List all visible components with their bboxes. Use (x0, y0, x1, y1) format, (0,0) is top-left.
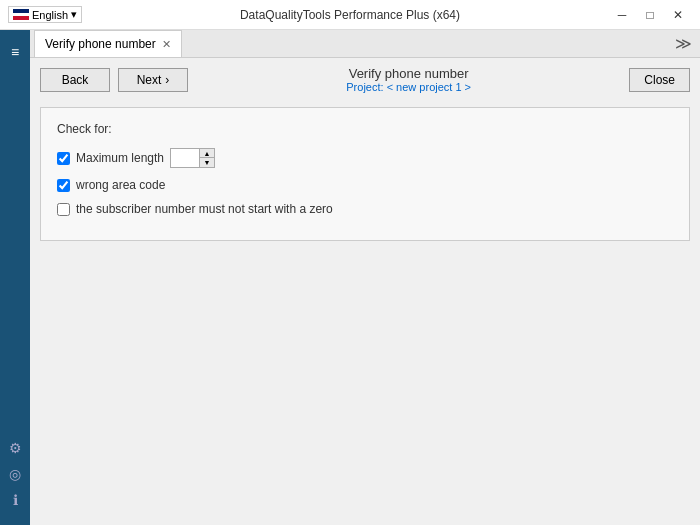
back-label: Back (62, 73, 89, 87)
remaining-space (30, 247, 700, 525)
subscriber-checkbox[interactable] (57, 203, 70, 216)
app-title: DataQualityTools Performance Plus (x64) (240, 8, 460, 22)
wrong-area-checkbox[interactable] (57, 179, 70, 192)
tab-label: Verify phone number (45, 37, 156, 51)
check-for-label: Check for: (57, 122, 673, 136)
next-icon: › (165, 73, 169, 87)
spinner-up[interactable]: ▲ (200, 149, 214, 158)
spinner-down[interactable]: ▼ (200, 158, 214, 167)
subscriber-label[interactable]: the subscriber number must not start wit… (76, 202, 333, 216)
flag-icon (13, 9, 29, 20)
max-length-spinner[interactable]: 8 ▲ ▼ (170, 148, 215, 168)
max-length-row: Maximum length 8 ▲ ▼ (57, 148, 673, 168)
sidebar: ≡ ⚙ ◎ ℹ (0, 30, 30, 525)
info-icon[interactable]: ℹ (6, 491, 24, 509)
max-length-input[interactable]: 8 (171, 149, 199, 167)
lang-label: English (32, 9, 68, 21)
toolbar: Back Next › Verify phone number Project:… (30, 58, 700, 101)
language-selector[interactable]: English ▾ (8, 6, 82, 23)
verify-phone-tab[interactable]: Verify phone number ✕ (34, 30, 182, 57)
content-area: Verify phone number ✕ ≫ Back Next › Veri… (30, 30, 700, 525)
next-button[interactable]: Next › (118, 68, 188, 92)
toolbar-title: Verify phone number (196, 66, 621, 81)
tab-close-icon[interactable]: ✕ (162, 39, 171, 50)
title-bar: English ▾ DataQualityTools Performance P… (0, 0, 700, 30)
subscriber-row: the subscriber number must not start wit… (57, 202, 673, 216)
title-bar-left: English ▾ (8, 6, 82, 23)
sidebar-bottom: ⚙ ◎ ℹ (6, 439, 24, 517)
target-icon[interactable]: ◎ (6, 465, 24, 483)
toolbar-project: Project: < new project 1 > (196, 81, 621, 93)
check-panel: Check for: Maximum length 8 ▲ ▼ wrong ar… (40, 107, 690, 241)
spinner-controls: ▲ ▼ (199, 149, 214, 167)
back-button[interactable]: Back (40, 68, 110, 92)
toolbar-title-block: Verify phone number Project: < new proje… (196, 66, 621, 93)
close-button[interactable]: Close (629, 68, 690, 92)
wrong-area-row: wrong area code (57, 178, 673, 192)
wrong-area-label[interactable]: wrong area code (76, 178, 165, 192)
restore-button[interactable]: □ (636, 5, 664, 25)
gear-icon[interactable]: ⚙ (6, 439, 24, 457)
main-layout: ≡ ⚙ ◎ ℹ Verify phone number ✕ ≫ Back Nex… (0, 30, 700, 525)
minimize-button[interactable]: ─ (608, 5, 636, 25)
window-close-button[interactable]: ✕ (664, 5, 692, 25)
window-controls: ─ □ ✕ (608, 5, 692, 25)
lang-dropdown-icon[interactable]: ▾ (71, 8, 77, 21)
next-label: Next (137, 73, 162, 87)
tab-bar: Verify phone number ✕ ≫ (30, 30, 700, 58)
sidebar-menu-icon[interactable]: ≡ (0, 38, 30, 66)
max-length-checkbox[interactable] (57, 152, 70, 165)
tab-overflow-icon[interactable]: ≫ (667, 34, 700, 53)
max-length-label[interactable]: Maximum length (76, 151, 164, 165)
